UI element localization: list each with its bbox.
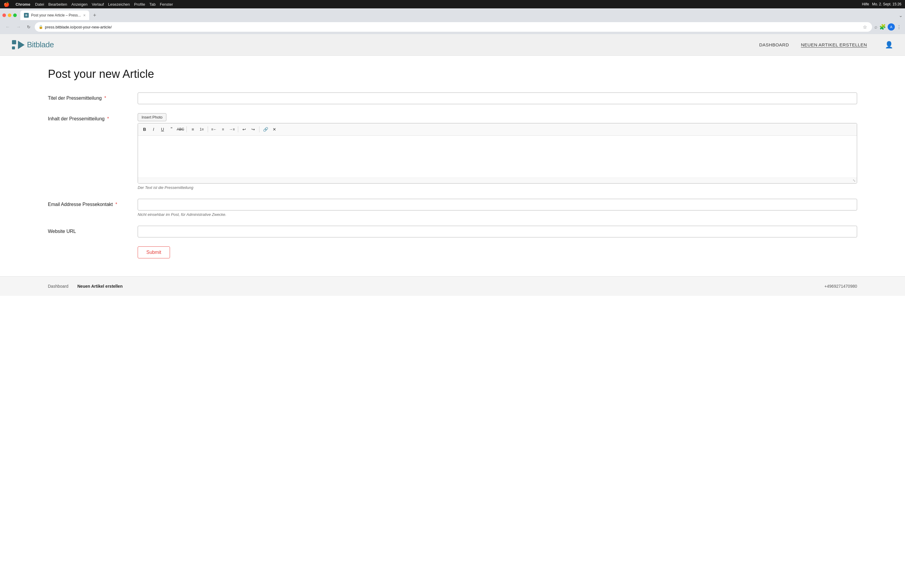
close-button[interactable] (2, 13, 6, 17)
page-content: Post your new Article Titel der Pressemi… (0, 56, 905, 277)
macos-menubar: 🍎 Chrome Datei Bearbeiten Anzeigen Verla… (0, 0, 905, 8)
tab-title: Post your new Article – Press... (31, 13, 81, 17)
profile-button[interactable]: A (888, 23, 895, 30)
resize-icon: ⤡ (853, 178, 856, 183)
toolbar-align-center[interactable]: ≡ (219, 125, 227, 133)
insert-photo-button[interactable]: Insert Photo (138, 113, 167, 121)
toolbar-strikethrough[interactable]: ABC (176, 125, 185, 133)
email-required-marker: * (115, 202, 117, 207)
footer-link-neuen-artikel[interactable]: Neuen Artikel erstellen (78, 284, 123, 289)
submit-row: Submit (48, 246, 857, 258)
tab-close-button[interactable]: × (83, 13, 86, 17)
menu-tab[interactable]: Tab (149, 2, 156, 6)
email-hint: Nicht einsehbar im Post, für Administrat… (138, 212, 857, 217)
toolbar-underline[interactable]: U (158, 125, 167, 133)
back-button[interactable]: ← (3, 23, 12, 31)
maximize-button[interactable] (13, 13, 17, 17)
logo-square-top (12, 40, 16, 44)
email-field-wrap: Nicht einsehbar im Post, für Administrat… (138, 199, 857, 217)
toolbar-blockquote[interactable]: " (167, 125, 176, 133)
toolbar-redo[interactable]: ↪ (249, 125, 257, 133)
toolbar-separator-1 (186, 126, 187, 132)
menu-bearbeiten[interactable]: Bearbeiten (48, 2, 67, 6)
logo-text: Bitblade (27, 40, 54, 49)
footer-links: Dashboard Neuen Artikel erstellen (48, 284, 123, 289)
content-required-marker: * (107, 116, 109, 121)
submit-button[interactable]: Submit (138, 246, 170, 258)
content-label: Inhalt der Pressemitteilung * (48, 113, 132, 122)
menu-chrome[interactable]: Chrome (16, 2, 30, 6)
refresh-button[interactable]: ↻ (25, 23, 32, 30)
toolbar-align-left[interactable]: ≡← (210, 125, 218, 133)
rich-text-editor: B I U " ABC ≡ 1≡ ≡← ≡ →≡ ↩ ↪ (138, 123, 857, 184)
url-field-wrap (138, 226, 857, 237)
menu-verlauf[interactable]: Verlauf (92, 2, 104, 6)
bookmark-star-icon[interactable]: ☆ (862, 24, 868, 30)
tab-bar: B Post your new Article – Press... × + ⌄ (0, 8, 905, 21)
editor-resize-handle: ⤡ (138, 178, 857, 183)
logo-play-icon (18, 41, 25, 49)
active-tab[interactable]: B Post your new Article – Press... × (21, 11, 89, 20)
logo-square-bottom (12, 46, 15, 49)
toolbar-separator-2 (208, 126, 208, 132)
toolbar-undo[interactable]: ↩ (240, 125, 248, 133)
address-bar: ← → ↻ 🔒 ☆ ⌕ 🧩 A ⋮ (0, 21, 905, 34)
minimize-button[interactable] (8, 13, 11, 17)
user-icon[interactable]: 👤 (885, 41, 893, 49)
logo-icon (12, 40, 25, 49)
window-controls (2, 13, 17, 17)
tab-scroll-button[interactable]: ⌄ (899, 13, 903, 18)
menu-lesezeichen[interactable]: Lesezeichen (108, 2, 130, 6)
nav-dashboard[interactable]: DASHBOARD (759, 42, 789, 47)
new-tab-button[interactable]: + (90, 11, 99, 19)
url-form-row: Website URL (48, 226, 857, 237)
menubar-hilfe[interactable]: Hilfe (862, 2, 869, 6)
site-footer: Dashboard Neuen Artikel erstellen +49692… (0, 277, 905, 296)
title-input[interactable] (138, 92, 857, 104)
lock-icon: 🔒 (39, 25, 43, 29)
tab-end: ⌄ (899, 13, 903, 18)
forward-button[interactable]: → (14, 23, 23, 31)
site-nav: DASHBOARD NEUEN ARTIKEL ERSTELLEN 👤 (759, 41, 893, 49)
menu-fenster[interactable]: Fenster (160, 2, 173, 6)
toolbar-ordered-list[interactable]: 1≡ (197, 125, 206, 133)
email-label: Email Addresse Pressekontakt * (48, 199, 132, 207)
footer-link-dashboard[interactable]: Dashboard (48, 284, 68, 289)
title-required-marker: * (104, 95, 106, 100)
content-form-row: Inhalt der Pressemitteilung * Insert Pho… (48, 113, 857, 190)
tab-favicon: B (24, 13, 29, 17)
toolbar-link[interactable]: 🔗 (261, 125, 270, 133)
page-title: Post your new Article (48, 68, 857, 81)
title-field (138, 92, 857, 104)
title-label: Titel der Pressemitteilung * (48, 92, 132, 101)
address-bar-input-wrap[interactable]: 🔒 ☆ (35, 22, 872, 32)
nav-neuen-artikel[interactable]: NEUEN ARTIKEL ERSTELLEN (801, 42, 867, 47)
title-form-row: Titel der Pressemitteilung * (48, 92, 857, 104)
apple-icon: 🍎 (3, 2, 10, 7)
url-input[interactable] (138, 226, 857, 237)
menu-anzeigen[interactable]: Anzeigen (71, 2, 87, 6)
content-editor-body[interactable] (138, 136, 857, 178)
toolbar-bold[interactable]: B (140, 125, 149, 133)
search-icon[interactable]: ⌕ (875, 24, 878, 30)
editor-toolbar: B I U " ABC ≡ 1≡ ≡← ≡ →≡ ↩ ↪ (138, 123, 857, 136)
website-container: Bitblade DASHBOARD NEUEN ARTIKEL ERSTELL… (0, 34, 905, 588)
email-form-row: Email Addresse Pressekontakt * Nicht ein… (48, 199, 857, 217)
content-hint: Der Text ist die Pressemitteilung (138, 185, 857, 190)
menu-datei[interactable]: Datei (35, 2, 44, 6)
toolbar-align-right[interactable]: →≡ (228, 125, 236, 133)
footer-phone: +4969271470980 (824, 284, 857, 289)
menubar-time: Mo. 2. Sept. 15:26 (872, 2, 902, 6)
content-field: Insert Photo B I U " ABC ≡ 1≡ ≡← ≡ (138, 113, 857, 190)
url-label: Website URL (48, 226, 132, 234)
toolbar-unordered-list[interactable]: ≡ (189, 125, 197, 133)
address-input[interactable] (45, 25, 860, 29)
extensions-icon[interactable]: 🧩 (879, 24, 886, 30)
logo[interactable]: Bitblade (12, 40, 54, 49)
toolbar-italic[interactable]: I (149, 125, 158, 133)
menu-button[interactable]: ⋮ (897, 24, 902, 30)
email-input[interactable] (138, 199, 857, 210)
toolbar-clear[interactable]: ✕ (270, 125, 279, 133)
address-bar-right: ⌕ 🧩 A ⋮ (875, 23, 902, 30)
menu-profile[interactable]: Profile (134, 2, 145, 6)
